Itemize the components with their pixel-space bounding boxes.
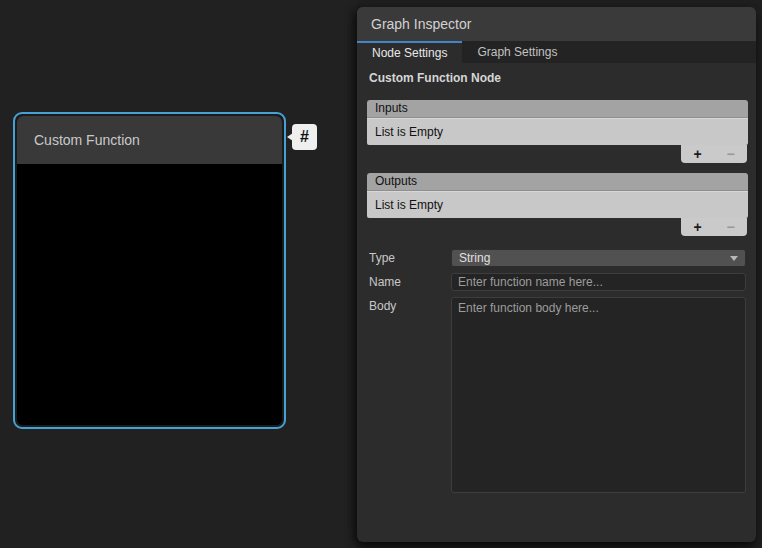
function-name-input[interactable] <box>451 273 746 291</box>
minus-icon: − <box>726 219 734 235</box>
outputs-list-empty-row[interactable]: List is Empty <box>367 191 748 218</box>
inputs-list: Inputs List is Empty + − <box>367 100 748 163</box>
tab-graph-settings-label: Graph Settings <box>477 45 557 59</box>
minus-icon: − <box>726 146 734 162</box>
node-title: Custom Function <box>34 132 140 148</box>
name-field-row: Name <box>367 273 748 291</box>
inspector-titlebar[interactable]: Graph Inspector <box>357 7 756 41</box>
inputs-remove-button[interactable]: − <box>720 146 742 162</box>
body-label: Body <box>367 297 451 313</box>
tab-graph-settings[interactable]: Graph Settings <box>462 41 572 63</box>
inspector-title: Graph Inspector <box>371 16 471 32</box>
graph-canvas[interactable]: Custom Function # <box>0 0 357 548</box>
function-body-textarea[interactable] <box>451 297 746 493</box>
node-container: Custom Function <box>17 116 282 425</box>
outputs-add-button[interactable]: + <box>687 219 709 235</box>
outputs-remove-button[interactable]: − <box>720 219 742 235</box>
type-label: Type <box>367 249 451 265</box>
type-field-row: Type String <box>367 249 748 267</box>
type-dropdown-value: String <box>459 251 490 265</box>
custom-function-node[interactable]: Custom Function <box>13 112 286 429</box>
inspector-content: Custom Function Node Inputs List is Empt… <box>357 63 756 493</box>
inputs-list-empty-row[interactable]: List is Empty <box>367 118 748 145</box>
name-label: Name <box>367 273 451 289</box>
inspector-tabbar: Node Settings Graph Settings <box>357 41 756 63</box>
plus-icon: + <box>693 219 701 235</box>
node-header[interactable]: Custom Function <box>17 116 282 164</box>
node-preview-body <box>17 164 282 425</box>
tab-node-settings-label: Node Settings <box>372 46 447 60</box>
function-fields: Type String Name Body <box>367 249 748 493</box>
inputs-list-header: Inputs <box>367 100 748 118</box>
outputs-list-header: Outputs <box>367 173 748 191</box>
outputs-list: Outputs List is Empty + − <box>367 173 748 236</box>
graph-inspector-panel: Graph Inspector Node Settings Graph Sett… <box>357 7 756 542</box>
outputs-list-footer: + − <box>681 218 747 236</box>
tab-node-settings[interactable]: Node Settings <box>357 41 462 63</box>
hash-badge-label: # <box>300 128 309 146</box>
inputs-list-footer: + − <box>681 145 747 163</box>
plus-icon: + <box>693 146 701 162</box>
chevron-down-icon <box>730 256 738 261</box>
inputs-add-button[interactable]: + <box>687 146 709 162</box>
body-field-row: Body <box>367 297 748 493</box>
node-hash-badge-icon[interactable]: # <box>292 124 317 150</box>
node-settings-heading: Custom Function Node <box>369 71 748 85</box>
type-dropdown[interactable]: String <box>451 249 746 267</box>
